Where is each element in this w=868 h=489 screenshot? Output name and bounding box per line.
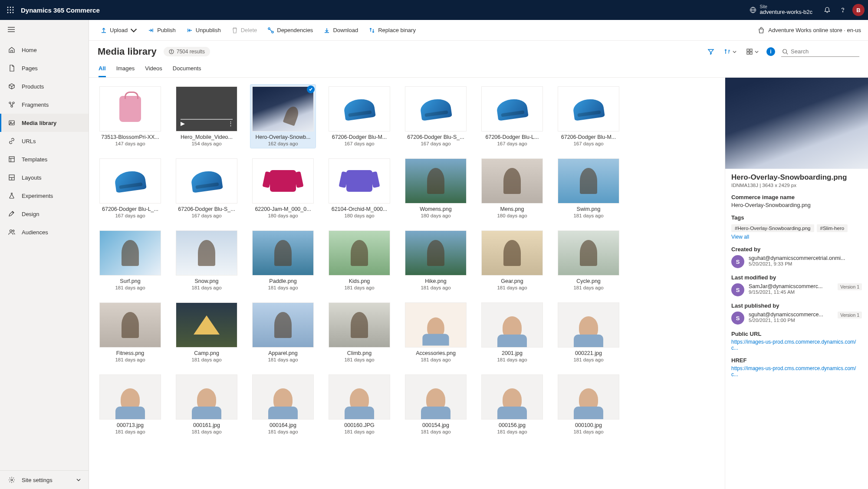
public-url-link[interactable]: https://images-us-prod.cms.commerce.dyna…: [731, 339, 862, 351]
sort-button[interactable]: [722, 46, 738, 57]
sidebar-item-templates[interactable]: Templates: [0, 150, 89, 168]
tile-name: Accessories.png: [405, 350, 467, 356]
filter-button[interactable]: [706, 46, 716, 57]
tags-label: Tags: [731, 214, 862, 221]
media-tile[interactable]: 62104-Orchid-M_000...180 days ago: [327, 157, 392, 220]
media-tile[interactable]: 73513-BlossomPri-XX...147 days ago: [98, 85, 163, 148]
sidebar-item-experiments[interactable]: Experiments: [0, 187, 89, 205]
media-tile[interactable]: Accessories.png181 days ago: [403, 301, 468, 364]
tab-images[interactable]: Images: [116, 62, 135, 77]
replace-binary-button[interactable]: Replace binary: [364, 24, 420, 36]
tile-name: 000154.jpg: [405, 422, 467, 428]
media-grid[interactable]: 73513-BlossomPri-XX...147 days ago▶⋮Hero…: [89, 78, 725, 489]
sidebar-item-media-library[interactable]: Media library: [0, 114, 89, 132]
media-tile[interactable]: Surf.png181 days ago: [98, 229, 163, 292]
media-tile[interactable]: 67206-Dodger Blu-L_...167 days ago: [98, 157, 163, 220]
media-tile[interactable]: 000100.jpg181 days ago: [556, 373, 621, 436]
media-tile[interactable]: Cycle.png181 days ago: [556, 229, 621, 292]
dependencies-button[interactable]: Dependencies: [263, 24, 317, 36]
media-tile[interactable]: Fitness.png181 days ago: [98, 301, 163, 364]
tag[interactable]: #Hero-Overlay-Snowboarding.png: [731, 224, 814, 232]
svg-point-18: [11, 105, 13, 107]
media-tile[interactable]: 000154.jpg181 days ago: [403, 373, 468, 436]
media-tile[interactable]: Mens.png180 days ago: [480, 157, 545, 220]
app-launcher-icon[interactable]: [3, 3, 17, 17]
media-tile[interactable]: 000221.jpg181 days ago: [556, 301, 621, 364]
version-badge: Version 1: [838, 283, 862, 290]
detail-subtitle: IDNMA138J | 3643 x 2429 px: [731, 183, 862, 188]
site-settings[interactable]: Site settings: [0, 471, 89, 489]
tile-name: 2001.jpg: [481, 350, 543, 356]
publish-button[interactable]: Publish: [143, 24, 180, 36]
sidebar-item-design[interactable]: Design: [0, 205, 89, 223]
tag[interactable]: #Slim-hero: [817, 224, 848, 232]
sidebar-item-label: Pages: [22, 65, 38, 72]
media-tile[interactable]: ▶⋮Hero_Mobile_Video...154 days ago: [174, 85, 239, 148]
notifications-icon[interactable]: [819, 2, 835, 18]
view-all-tags[interactable]: View all: [731, 234, 862, 240]
svg-rect-36: [750, 49, 752, 51]
user-avatar[interactable]: B: [852, 4, 865, 16]
media-tile[interactable]: Gear.png181 days ago: [480, 229, 545, 292]
media-tile[interactable]: Hero-Overlay-Snowb...162 days ago: [250, 85, 316, 148]
tile-name: Climb.png: [329, 350, 390, 356]
info-icon: [169, 49, 174, 54]
media-tile[interactable]: 62200-Jam-M_000_0...180 days ago: [250, 157, 316, 220]
details-toggle[interactable]: i: [766, 47, 775, 56]
search-box[interactable]: [781, 46, 859, 57]
media-tile[interactable]: Womens.png180 days ago: [403, 157, 468, 220]
tab-videos[interactable]: Videos: [145, 62, 162, 77]
svg-rect-38: [750, 52, 752, 54]
sidebar-item-urls[interactable]: URLs: [0, 132, 89, 150]
site-picker[interactable]: Site adventure-works-b2c: [750, 4, 812, 15]
sidebar-item-layouts[interactable]: Layouts: [0, 168, 89, 187]
sidebar-item-fragments[interactable]: Fragments: [0, 95, 89, 114]
media-tile[interactable]: 000156.jpg181 days ago: [480, 373, 545, 436]
svg-point-1: [10, 7, 11, 8]
tab-documents[interactable]: Documents: [173, 62, 201, 77]
context-picker[interactable]: Adventure Works online store · en-us: [758, 27, 861, 34]
tile-age: 167 days ago: [344, 141, 374, 146]
sidebar-item-label: Products: [22, 83, 44, 90]
search-input[interactable]: [791, 48, 864, 55]
tile-name: Fitness.png: [99, 350, 161, 356]
media-tile[interactable]: Snow.png181 days ago: [174, 229, 239, 292]
main: Upload Publish Unpublish Delete D: [89, 20, 868, 489]
upload-button[interactable]: Upload: [96, 24, 141, 36]
sidebar-item-products[interactable]: Products: [0, 77, 89, 95]
media-tile[interactable]: 67206-Dodger Blu-S_...167 days ago: [403, 85, 468, 148]
sidebar-item-audiences[interactable]: Audiences: [0, 223, 89, 241]
media-tile[interactable]: 000161.jpg181 days ago: [174, 373, 239, 436]
media-tile[interactable]: Hike.png181 days ago: [403, 229, 468, 292]
svg-point-7: [10, 12, 11, 13]
media-tile[interactable]: 000713.jpg181 days ago: [98, 373, 163, 436]
sidebar-item-pages[interactable]: Pages: [0, 59, 89, 77]
href-link[interactable]: https://images-us-prod.cms.commerce.dyna…: [731, 365, 862, 377]
sidebar-item-label: Media library: [22, 120, 56, 126]
tile-age: 167 days ago: [115, 213, 145, 218]
download-button[interactable]: Download: [319, 24, 362, 36]
media-tile[interactable]: 67206-Dodger Blu-M...167 days ago: [556, 85, 621, 148]
tile-age: 167 days ago: [573, 141, 603, 146]
media-tile[interactable]: 67206-Dodger Blu-L...167 days ago: [480, 85, 545, 148]
media-tile[interactable]: Apparel.png181 days ago: [250, 301, 316, 364]
media-tile[interactable]: Paddle.png181 days ago: [250, 229, 316, 292]
tab-all[interactable]: All: [99, 62, 106, 77]
media-tile[interactable]: Swim.png181 days ago: [556, 157, 621, 220]
svg-rect-21: [9, 157, 14, 162]
sidebar-item-home[interactable]: Home: [0, 41, 89, 59]
media-tile[interactable]: 67206-Dodger Blu-M...167 days ago: [327, 85, 392, 148]
unpublish-button[interactable]: Unpublish: [182, 24, 225, 36]
media-tile[interactable]: Kids.png181 days ago: [327, 229, 392, 292]
help-icon[interactable]: [835, 2, 851, 18]
svg-point-8: [13, 12, 14, 13]
media-tile[interactable]: 67206-Dodger Blu-S_...167 days ago: [174, 157, 239, 220]
sidebar-toggle[interactable]: [0, 20, 89, 39]
media-tile[interactable]: 2001.jpg181 days ago: [480, 301, 545, 364]
media-tile[interactable]: 000160.JPG181 days ago: [327, 373, 392, 436]
media-tile[interactable]: 000164.jpg181 days ago: [250, 373, 316, 436]
media-tile[interactable]: Climb.png181 days ago: [327, 301, 392, 364]
view-switch-button[interactable]: [744, 46, 760, 57]
tile-age: 181 days ago: [573, 429, 603, 434]
media-tile[interactable]: Camp.png181 days ago: [174, 301, 239, 364]
